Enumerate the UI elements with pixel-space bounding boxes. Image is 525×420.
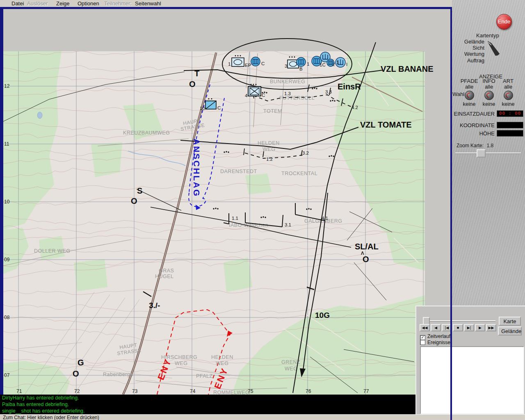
play-backward-button[interactable]: ◀ [431,324,441,331]
map-place-label: GRAS [159,268,174,274]
map-place-label: DOLLER WEG [34,248,70,254]
map-annotation: EinsR [338,82,361,91]
mg-symbol [332,100,333,101]
karte-button[interactable]: Karte [499,317,521,326]
anzeige-knob-info[interactable] [484,91,494,100]
chat-log[interactable]: DirtyHarry has entered debriefing.Paiba … [0,395,415,414]
einsatzdauer-display: 00 : 00 [497,110,523,117]
ereignisse-checkbox[interactable] [420,340,425,345]
anzeige-knob-art[interactable] [504,91,513,100]
gelaende-button[interactable]: Gelände [498,326,522,336]
map-base: 12111009080771727374757677BUNKERWEGFUTTE… [3,51,434,395]
zeitverlauf-label: Zeitverlauf [427,333,450,339]
checkbox-row-ereignisse: Ereignisse [420,340,450,345]
map-place-label: TOTEM [263,108,282,114]
anzeige-col-name: ART [498,78,519,84]
map-unit-label: B [299,66,303,71]
kartentyp-option-auftrag[interactable]: Auftrag [467,57,484,64]
map-unit-label: 1.2 [266,157,273,162]
map-unit-label: C [261,61,265,66]
zoom-karte-label: Zoom Karte: 1.8 [457,143,493,148]
mg-symbol [333,155,334,157]
map-annotation: T [194,69,199,78]
map-unit-label: 1 [228,62,231,66]
mg-symbol [226,151,227,152]
anzeige-column-art: ARTallekeine [498,78,519,107]
menu-item-seitenwahl[interactable]: Seitenwahl [135,0,161,7]
hoehe-display [497,130,523,137]
hoehe-label: HÖHE [479,130,495,137]
map-grid-row-label: 11 [4,141,9,147]
mg-symbol [312,88,313,89]
map-unit-label: 10 [200,106,205,111]
chat-message: DirtyHarry has entered debriefing. [0,395,415,401]
anzeige-knob-pfade[interactable] [465,91,474,100]
map-grid-row-label: 12 [4,83,10,89]
rewind-button[interactable]: ◀◀ [420,324,430,331]
mg-symbol [217,208,218,209]
timeline-slider-track[interactable] [423,320,495,322]
play-button[interactable]: ▶ [475,324,485,331]
map-unit-label: 4 [245,93,248,98]
mg-symbol [314,87,315,89]
map-place-label: BUNKERWEG [270,79,305,84]
map-place-label: TROCKENTAL [281,171,317,176]
kartentyp-title: Kartentyp [476,32,499,39]
map-zoom-slider-thumb[interactable] [477,149,486,158]
mg-symbol [266,92,267,93]
map-unit-label: 2 [332,62,335,67]
map-grid-col-label: 77 [363,388,369,394]
map-grid-col-label: 74 [190,388,196,394]
map-annotation: O [73,369,79,378]
map-unit-label: 3.1 [285,222,291,227]
map-unit-label: 1.3 [284,91,291,96]
mg-symbol [260,217,262,218]
map-grid-col-label: 73 [132,388,138,394]
map-grid-row-label: 07 [4,372,10,378]
window-border-left [0,9,3,395]
status-bar[interactable]: Zum Chat: Hier klicken (oder Enter drück… [0,414,525,420]
map-unit-label: EP [245,63,251,68]
menu-item-optionen[interactable]: Optionen [78,0,99,7]
map-place-label: KREUZBAUMWEG [123,130,170,136]
map-grid-col-label: 72 [74,388,80,394]
menu-item-datei[interactable]: Datei [11,0,24,7]
kartentyp-selector-knob[interactable] [485,39,502,56]
events-listbox[interactable] [420,346,524,414]
ende-button[interactable]: Ende [496,14,512,30]
step-forward-button[interactable]: ▶| [464,324,474,331]
map-place-label: HÜGEL [155,274,174,279]
map-unit-label: 1C [320,62,326,67]
map-annotation: SL/AL [355,242,379,251]
map-annotation: O [131,196,137,205]
kartentyp-option-wertung[interactable]: Wertung [464,51,484,57]
kartentyp-option-sicht[interactable]: Sicht [472,45,484,51]
fast-forward-button[interactable]: ▶▶ [486,324,496,331]
map-place-label: WEG [175,361,187,366]
anzeige-keine-label: keine [478,101,500,107]
kartentyp-option-gelände[interactable]: Gelände [464,39,484,45]
map-place-label: HELDEN [258,140,280,146]
map-annotation: G [78,358,84,367]
map-unit-label: 3.3 [325,89,332,94]
stop-button[interactable]: ■ [453,324,463,331]
mg-symbol [316,88,317,89]
map-place-label: PFALZ [196,373,213,379]
map-zoom-slider-track[interactable] [455,153,521,154]
map-grid-row-label: 08 [4,315,10,320]
anzeige-col-name: INFO [478,78,500,84]
status-bar-text: Zum Chat: Hier klicken (oder Enter drück… [3,415,99,420]
mg-symbol [213,208,214,209]
playback-panel: ◀◀◀|◀■▶|▶▶▶ Karte Gelände ✓ZeitverlaufEr… [415,306,525,416]
anzeige-alle-label: alle [478,84,500,90]
anzeige-alle-label: alle [498,84,519,90]
menu-item-zeige[interactable]: Zeige [56,0,70,7]
mg-symbol [310,208,311,210]
map-annotation: 10G [315,311,330,320]
map-unit-label: C [217,105,221,110]
mg-symbol [330,100,331,101]
map-place-label: FUTTERSOLL [279,95,315,101]
map-grid-col-label: 76 [306,388,311,394]
mg-symbol [308,208,309,209]
map-annotation: VZL TOMATE [360,120,412,129]
